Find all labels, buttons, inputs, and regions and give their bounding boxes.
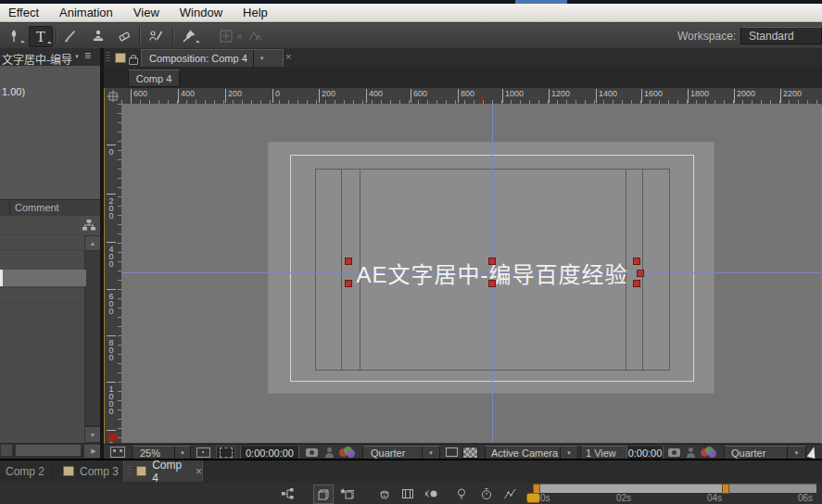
- scroll-down-button[interactable]: ▼: [84, 426, 101, 443]
- pen-tool[interactable]: [3, 26, 25, 45]
- composition-viewport[interactable]: AE文字居中-编导百度经验: [121, 104, 821, 443]
- row-divider: [0, 234, 83, 235]
- layer-handle[interactable]: [637, 270, 644, 277]
- brainstorm-button[interactable]: [452, 485, 471, 502]
- panel-grip[interactable]: [127, 466, 132, 477]
- ruler-tick-label: 200: [107, 194, 116, 219]
- after-effects-window: Effect Animation View Window Help T: [0, 0, 822, 504]
- graph-editor-button[interactable]: [500, 485, 519, 502]
- type-tool[interactable]: T: [29, 26, 53, 47]
- layer-handle[interactable]: [633, 280, 640, 287]
- time-ruler-label: 04s: [707, 493, 722, 503]
- up-arrow-icon: ▲: [90, 240, 96, 246]
- composition-panel: Composition: Comp 4 ▼ × Comp 4 600 400 2…: [104, 48, 822, 460]
- zoom-level: 25%: [140, 447, 174, 459]
- show-channels-button-2[interactable]: [701, 446, 719, 459]
- ruler-tick-label: 0: [107, 145, 116, 155]
- scrollbar-thumb[interactable]: [15, 444, 82, 457]
- show-snapshot-button-2[interactable]: [686, 446, 697, 459]
- tab-comp4-active[interactable]: Comp 4 ×: [123, 460, 203, 482]
- ruler-origin-corner[interactable]: [105, 88, 122, 105]
- work-area-bar[interactable]: [533, 484, 816, 493]
- left-panel-tab-title[interactable]: 文字居中-编导: [2, 51, 72, 67]
- layer-handle[interactable]: [345, 258, 352, 265]
- frame-blending-button[interactable]: [398, 485, 417, 502]
- horizontal-ruler[interactable]: 600 400 200 0 200 400 600 800 1000 1200 …: [121, 88, 822, 105]
- type-tool-flyout-icon: [47, 42, 52, 46]
- ruler-tick-label: 400: [178, 89, 195, 103]
- region-of-interest-button[interactable]: [216, 446, 235, 459]
- preview-timecode-value: 0:00:00: [628, 447, 663, 459]
- menu-effect[interactable]: Effect: [4, 4, 49, 22]
- workspace-value: Standard: [749, 30, 794, 43]
- clone-stamp-tool[interactable]: [87, 26, 109, 45]
- brush-tool[interactable]: [59, 26, 82, 45]
- tab-close-icon[interactable]: ×: [285, 51, 291, 62]
- left-panel-dropdown-icon[interactable]: ▼: [74, 54, 80, 59]
- ruler-tick-label: 2200: [780, 89, 802, 103]
- comp4-viewer-tab[interactable]: Comp 4: [128, 69, 180, 87]
- menu-animation[interactable]: Animation: [49, 4, 123, 22]
- eraser-tool[interactable]: [113, 26, 135, 45]
- snapshot-button[interactable]: [303, 446, 320, 459]
- workspace-dropdown[interactable]: Standard: [740, 27, 822, 44]
- toolbar-separator: [172, 27, 174, 44]
- layer-handle[interactable]: [633, 258, 640, 265]
- show-snapshot-button[interactable]: [324, 446, 335, 459]
- left-panel-content: 1.00): [0, 66, 100, 199]
- transparency-grid-button[interactable]: [462, 446, 478, 459]
- live-update-button[interactable]: [337, 485, 356, 502]
- auto-keyframe-button[interactable]: [477, 485, 496, 502]
- panel-grip[interactable]: [106, 52, 110, 63]
- parent-pickwhip-icon[interactable]: [82, 219, 96, 232]
- ruler-tick-label: 1000: [107, 382, 116, 414]
- comment-column-header[interactable]: Comment: [0, 199, 100, 218]
- grid-options-button[interactable]: [108, 446, 127, 459]
- row-divider: [0, 249, 83, 250]
- left-panel-menu-icon[interactable]: ≡: [84, 49, 91, 62]
- vertical-scrollbar-track[interactable]: [84, 250, 101, 426]
- safe-margins-button[interactable]: [194, 446, 212, 459]
- tab-close-icon[interactable]: ×: [196, 465, 202, 478]
- horizontal-scrollbar: ▶: [0, 443, 100, 458]
- time-ruler-label: 06s: [798, 493, 813, 503]
- shy-layers-button[interactable]: [375, 485, 394, 502]
- mini-flowchart-button[interactable]: [278, 485, 297, 502]
- menu-window[interactable]: Window: [170, 4, 233, 22]
- tab-dropdown-icon[interactable]: ▼: [253, 50, 271, 67]
- toolbar-separator: [139, 27, 141, 44]
- left-panel-tab-strip: 文字居中-编导 ▼ ≡: [0, 48, 100, 67]
- time-ruler-label: 0s: [540, 493, 550, 503]
- selected-layer-row[interactable]: [0, 270, 86, 286]
- layer-handle[interactable]: [488, 258, 496, 265]
- snapshot-button-2[interactable]: [665, 446, 682, 459]
- ruler-tick-label: 2000: [734, 89, 755, 103]
- pixel-aspect-button[interactable]: [808, 446, 821, 459]
- layer-handle[interactable]: [345, 280, 352, 287]
- column-divider[interactable]: [9, 200, 10, 217]
- scroll-up-button[interactable]: ▲: [84, 235, 101, 251]
- menu-help[interactable]: Help: [233, 4, 278, 22]
- tab-comp3[interactable]: Comp 3: [57, 460, 124, 482]
- roto-brush-tool[interactable]: [145, 26, 167, 45]
- scrollbar-stub[interactable]: [0, 444, 13, 457]
- current-time-indicator[interactable]: [526, 493, 540, 503]
- puppet-tool-flyout-icon: [196, 41, 200, 45]
- puppet-pin-tool[interactable]: [178, 26, 200, 45]
- tab-comp2[interactable]: Comp 2: [0, 460, 50, 482]
- composition-tab-label: Composition: Comp 4: [149, 53, 247, 64]
- work-area-end-handle[interactable]: [722, 484, 729, 494]
- composition-tab[interactable]: Composition: Comp 4 ▼: [141, 49, 284, 68]
- target-region-button[interactable]: [443, 446, 460, 459]
- draft-3d-button[interactable]: [313, 485, 334, 504]
- menu-view[interactable]: View: [123, 4, 170, 22]
- composition-icon: [63, 466, 74, 476]
- type-tool-glyph: T: [36, 29, 45, 45]
- layer-handle[interactable]: [488, 280, 496, 287]
- dropdown-icon: ▼: [787, 447, 805, 460]
- motion-blur-button[interactable]: [423, 485, 441, 502]
- show-channels-button[interactable]: [339, 446, 358, 459]
- property-value[interactable]: 1.00): [2, 86, 25, 97]
- lock-icon[interactable]: [129, 57, 138, 65]
- vertical-ruler[interactable]: 0 200 400 600 800 1000 12: [105, 104, 122, 443]
